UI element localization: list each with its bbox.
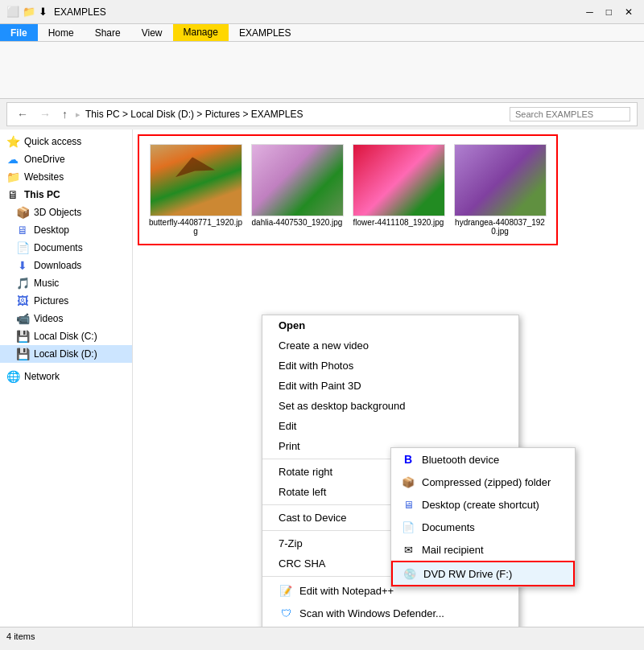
address-path[interactable]: This PC > Local Disk (D:) > Pictures > E… xyxy=(85,109,505,120)
window-controls[interactable]: ─ □ ✕ xyxy=(581,5,638,19)
back-button[interactable]: ← xyxy=(14,106,31,122)
tab-view[interactable]: View xyxy=(131,24,173,41)
thumbnail-label-flower: flower-4411108_1920.jpg xyxy=(353,218,444,227)
context-menu-edit[interactable]: Edit xyxy=(262,416,518,436)
thumbnail-img-flower xyxy=(353,144,445,216)
maximize-button[interactable]: □ xyxy=(601,5,617,19)
status-bar: 4 items xyxy=(0,627,644,644)
thumbnail-img-hydrangea xyxy=(454,144,547,216)
sidebar-label-network: Network xyxy=(24,371,60,382)
path-separator: ▸ xyxy=(76,109,80,120)
compressed-icon: 📦 xyxy=(401,475,415,489)
sidebar-item-local-disk-d[interactable]: 💾 Local Disk (D:) xyxy=(0,345,132,363)
sidebar-label-local-disk-d: Local Disk (D:) xyxy=(34,348,97,360)
sidebar-label-3d-objects: 3D Objects xyxy=(34,207,81,218)
sidebar-label-documents: Documents xyxy=(34,242,83,253)
pictures-icon: 🖼 xyxy=(16,294,29,307)
tab-file[interactable]: File xyxy=(0,24,38,41)
music-icon: 🎵 xyxy=(16,277,29,290)
submenu-mail[interactable]: ✉ Mail recipient xyxy=(391,538,575,561)
sidebar-item-music[interactable]: 🎵 Music xyxy=(0,274,132,292)
title-icon-3: ⬇ xyxy=(39,6,47,18)
videos-icon: 📹 xyxy=(16,312,29,325)
main-container: ⭐ Quick access ☁ OneDrive 📁 Websites 🖥 T… xyxy=(0,130,644,627)
forward-button[interactable]: → xyxy=(36,106,54,122)
sidebar-item-pictures[interactable]: 🖼 Pictures xyxy=(0,292,132,310)
sidebar-item-videos[interactable]: 📹 Videos xyxy=(0,310,132,327)
thumbnail-hydrangea[interactable]: hydrangea-4408037_1920.jpg xyxy=(452,144,548,236)
sidebar-item-network[interactable]: 🌐 Network xyxy=(0,368,132,385)
submenu-dvd[interactable]: 💿 DVD RW Drive (F:) xyxy=(391,561,575,586)
sidebar-label-onedrive: OneDrive xyxy=(24,154,65,165)
context-menu-edit-photos[interactable]: Edit with Photos xyxy=(262,356,518,376)
tab-home[interactable]: Home xyxy=(38,24,85,41)
defender-icon: 🛡 xyxy=(279,606,293,620)
context-menu-open[interactable]: Open xyxy=(262,315,518,335)
downloads-icon: ⬇ xyxy=(16,259,29,272)
up-button[interactable]: ↑ xyxy=(59,106,71,122)
mail-icon: ✉ xyxy=(401,542,415,557)
title-text: EXAMPLES xyxy=(54,6,575,18)
websites-icon: 📁 xyxy=(6,171,19,183)
sidebar-item-onedrive[interactable]: ☁ OneDrive xyxy=(0,150,132,168)
desktop-icon: 🖥 xyxy=(16,224,29,237)
ribbon: File Home Share View Manage EXAMPLES xyxy=(0,24,644,99)
dvd-icon: 💿 xyxy=(402,566,417,581)
sidebar-label-desktop: Desktop xyxy=(34,224,69,236)
submenu-documents[interactable]: 📄 Documents xyxy=(391,516,575,538)
sidebar-item-websites[interactable]: 📁 Websites xyxy=(0,168,132,186)
bluetooth-icon: B xyxy=(401,452,415,467)
submenu-desktop-shortcut[interactable]: 🖥 Desktop (create shortcut) xyxy=(391,493,575,516)
sidebar: ⭐ Quick access ☁ OneDrive 📁 Websites 🖥 T… xyxy=(0,130,133,627)
address-bar: ← → ↑ ▸ This PC > Local Disk (D:) > Pict… xyxy=(6,102,638,126)
local-disk-d-icon: 💾 xyxy=(16,348,29,360)
context-menu-set-desktop-bg[interactable]: Set as desktop background xyxy=(262,396,518,416)
thumbnail-label-hydrangea: hydrangea-4408037_1920.jpg xyxy=(452,218,548,236)
title-icon-2: 📁 xyxy=(23,6,35,18)
desktop-shortcut-icon: 🖥 xyxy=(401,497,415,512)
sidebar-label-videos: Videos xyxy=(34,313,63,324)
title-icon-1: ⬜ xyxy=(6,6,19,18)
thumbnail-dahlia[interactable]: dahlia-4407530_1920.jpg xyxy=(249,144,345,236)
context-menu-edit-paint3d[interactable]: Edit with Paint 3D xyxy=(262,376,518,396)
quick-access-icon: ⭐ xyxy=(6,135,19,148)
context-menu-create-video[interactable]: Create a new video xyxy=(262,335,518,356)
documents-icon: 📄 xyxy=(16,241,29,254)
submenu-bluetooth[interactable]: B Bluetooth device xyxy=(391,448,575,471)
onedrive-icon: ☁ xyxy=(6,153,19,166)
thumbnail-label-dahlia: dahlia-4407530_1920.jpg xyxy=(252,218,343,227)
sidebar-label-downloads: Downloads xyxy=(34,260,81,271)
sidebar-label-websites: Websites xyxy=(24,171,64,183)
submenu-send-to: B Bluetooth device 📦 Compressed (zipped)… xyxy=(390,447,576,587)
search-input[interactable] xyxy=(510,107,630,121)
submenu-compressed[interactable]: 📦 Compressed (zipped) folder xyxy=(391,471,575,493)
minimize-button[interactable]: ─ xyxy=(581,5,598,19)
title-bar-icons: ⬜ 📁 ⬇ xyxy=(6,6,47,18)
thumbnail-butterfly[interactable]: butterfly-4408771_1920.jpg xyxy=(147,144,244,236)
sidebar-item-desktop[interactable]: 🖥 Desktop xyxy=(0,221,132,239)
docs-icon: 📄 xyxy=(401,520,415,534)
3d-objects-icon: 📦 xyxy=(16,206,29,219)
tab-examples[interactable]: EXAMPLES xyxy=(229,24,302,41)
sidebar-item-downloads[interactable]: ⬇ Downloads xyxy=(0,257,132,274)
thumbnail-label-butterfly: butterfly-4408771_1920.jpg xyxy=(147,218,244,236)
status-text: 4 items xyxy=(6,631,35,641)
sidebar-item-this-pc[interactable]: 🖥 This PC xyxy=(0,186,132,204)
this-pc-icon: 🖥 xyxy=(6,188,19,201)
tab-share[interactable]: Share xyxy=(85,24,131,41)
sidebar-item-quick-access[interactable]: ⭐ Quick access xyxy=(0,133,132,150)
thumbnail-img-dahlia xyxy=(251,144,344,216)
sidebar-label-local-disk-c: Local Disk (C:) xyxy=(34,331,97,342)
sidebar-item-3d-objects[interactable]: 📦 3D Objects xyxy=(0,204,132,221)
title-bar: ⬜ 📁 ⬇ EXAMPLES ─ □ ✕ xyxy=(0,0,644,24)
sidebar-item-documents[interactable]: 📄 Documents xyxy=(0,239,132,257)
content-area: butterfly-4408771_1920.jpg dahlia-440753… xyxy=(133,130,644,627)
local-disk-c-icon: 💾 xyxy=(16,330,29,343)
sidebar-item-local-disk-c[interactable]: 💾 Local Disk (C:) xyxy=(0,327,132,345)
context-menu-defender[interactable]: 🛡 Scan with Windows Defender... xyxy=(262,602,518,624)
sidebar-label-pictures: Pictures xyxy=(34,295,68,306)
thumbnail-img-butterfly xyxy=(150,144,242,216)
close-button[interactable]: ✕ xyxy=(620,5,638,19)
tab-manage[interactable]: Manage xyxy=(173,24,229,41)
thumbnail-flower[interactable]: flower-4411108_1920.jpg xyxy=(350,144,447,236)
